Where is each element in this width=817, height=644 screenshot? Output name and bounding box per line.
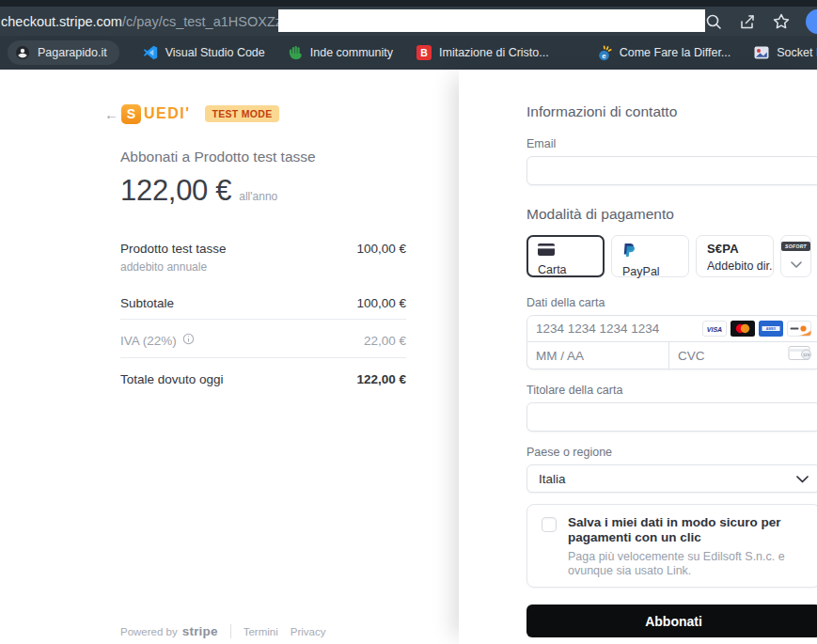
svg-text:123: 123 bbox=[803, 353, 810, 357]
terms-link[interactable]: Termini bbox=[244, 626, 278, 637]
total-label: Totale dovuto oggi bbox=[120, 372, 224, 386]
favorite-star-icon[interactable] bbox=[772, 12, 791, 31]
svg-text:AMEX: AMEX bbox=[766, 327, 777, 331]
sepa-logo: S€PA bbox=[707, 243, 773, 256]
bookmark-pagarapido[interactable]: Pagarapido.it bbox=[8, 40, 119, 65]
bookmark-socket[interactable]: Socket Programmin... bbox=[754, 45, 817, 60]
bookmark-inde-community[interactable]: Inde community bbox=[289, 45, 393, 60]
vscode-icon bbox=[143, 45, 158, 60]
stripe-logo[interactable]: stripe bbox=[182, 624, 218, 638]
paypal-icon bbox=[622, 244, 636, 260]
url-text[interactable]: checkout.stripe.com/c/pay/cs_test_a1HSOX… bbox=[1, 14, 299, 29]
svg-text:B: B bbox=[420, 47, 428, 58]
footer-divider bbox=[230, 624, 231, 638]
bookmark-vscode[interactable]: Visual Studio Code bbox=[143, 45, 265, 60]
email-input[interactable] bbox=[526, 156, 817, 185]
country-select[interactable]: Italia bbox=[526, 464, 817, 493]
save-subtitle: Paga più velocemente su Edilsoft S.n.c. … bbox=[568, 550, 807, 577]
cvc-field[interactable]: 123 bbox=[669, 342, 817, 369]
powered-by-label: Powered by bbox=[120, 626, 178, 637]
green-hand-icon bbox=[289, 45, 303, 60]
expiry-input[interactable] bbox=[536, 349, 660, 363]
divider bbox=[120, 319, 406, 320]
tab-paypal[interactable]: PayPal bbox=[611, 235, 689, 277]
search-icon[interactable] bbox=[704, 12, 723, 31]
expiry-field[interactable] bbox=[526, 342, 669, 369]
line-item-amount: 100,00 € bbox=[356, 242, 406, 256]
globe-dark-icon bbox=[15, 45, 30, 60]
bookmark-label: Come Fare la Differ... bbox=[620, 46, 731, 59]
spark-e-icon: e bbox=[597, 45, 612, 61]
url-path: /c/pay/cs_test_a1HSOXZzyR bbox=[122, 14, 299, 29]
browser-actions bbox=[704, 7, 817, 36]
url-redaction-block bbox=[278, 9, 705, 32]
card-brand-icons: VISA AMEX bbox=[702, 321, 811, 337]
save-checkbox[interactable] bbox=[542, 517, 557, 532]
screen: checkout.stripe.com/c/pay/cs_test_a1HSOX… bbox=[0, 0, 817, 644]
picture-icon bbox=[754, 45, 769, 60]
logo-initial: S bbox=[121, 104, 141, 124]
contact-heading: Informazioni di contatto bbox=[526, 103, 817, 120]
bookmark-label: Inde community bbox=[310, 46, 393, 59]
payment-panel: Informazioni di contatto Email Modalità … bbox=[459, 70, 817, 644]
payment-method-tabs: Carta PayPal S€PA Addebito dir... SOFORT bbox=[526, 235, 817, 277]
sofort-badge: SOFORT bbox=[781, 242, 810, 251]
cardholder-input[interactable] bbox=[526, 402, 817, 432]
tab-card[interactable]: Carta bbox=[526, 235, 605, 277]
checkout-page: ← S UEDI' TEST MODE Abbonati a Prodotto … bbox=[0, 70, 817, 644]
email-label: Email bbox=[526, 137, 817, 150]
svg-text:VISA: VISA bbox=[707, 326, 722, 333]
save-payment-box: Salva i miei dati in modo sicuro per pag… bbox=[526, 504, 817, 588]
order-summary-panel: ← S UEDI' TEST MODE Abbonati a Prodotto … bbox=[0, 70, 459, 644]
save-text: Salva i miei dati in modo sicuro per pag… bbox=[568, 515, 807, 577]
tab-card-label: Carta bbox=[538, 263, 603, 276]
tab-sepa-label: Addebito dir... bbox=[707, 259, 773, 273]
bookmark-come-fare[interactable]: e Come Fare la Differ... bbox=[597, 45, 731, 61]
card-details-label: Dati della carta bbox=[526, 296, 817, 309]
info-icon[interactable] bbox=[182, 333, 195, 348]
card-expiry-cvc-row: 123 bbox=[526, 342, 817, 369]
total-row: Totale dovuto oggi 122,00 € bbox=[120, 372, 406, 386]
privacy-link[interactable]: Privacy bbox=[291, 626, 326, 637]
profile-avatar[interactable] bbox=[806, 9, 817, 34]
merchant-logo[interactable]: S UEDI' bbox=[121, 104, 191, 124]
tab-paypal-label: PayPal bbox=[622, 265, 688, 278]
svg-text:e: e bbox=[602, 52, 606, 60]
back-arrow-icon[interactable]: ← bbox=[104, 106, 120, 122]
more-payment-methods-button[interactable]: SOFORT bbox=[780, 235, 811, 277]
line-item-description: addebito annuale bbox=[120, 260, 406, 274]
payment-method-heading: Modalità di pagamento bbox=[526, 206, 817, 223]
browser-tab-strip bbox=[0, 0, 817, 7]
browser-address-bar[interactable]: checkout.stripe.com/c/pay/cs_test_a1HSOX… bbox=[0, 7, 817, 36]
country-value: Italia bbox=[539, 472, 566, 486]
amex-icon: AMEX bbox=[759, 321, 783, 337]
line-item-name: Prodotto test tasse bbox=[120, 242, 227, 256]
brand-row: ← S UEDI' TEST MODE bbox=[104, 103, 406, 124]
order-items: Prodotto test tasse 100,00 € addebito an… bbox=[120, 242, 406, 386]
url-host: checkout.stripe.com bbox=[1, 14, 122, 29]
divider bbox=[120, 357, 406, 358]
chevron-down-icon bbox=[796, 472, 809, 486]
price-row: 122,00 € all'anno bbox=[120, 174, 406, 208]
price-interval: all'anno bbox=[239, 190, 277, 203]
credit-card-icon bbox=[538, 243, 555, 259]
subscribe-label: Abbonati a Prodotto test tasse bbox=[120, 149, 406, 165]
mastercard-icon bbox=[731, 321, 755, 337]
tax-label: IVA (22%) bbox=[120, 334, 177, 348]
share-icon[interactable] bbox=[738, 12, 757, 31]
subtotal-row: Subtotale 100,00 € bbox=[120, 296, 406, 310]
line-item-row: Prodotto test tasse 100,00 € bbox=[120, 242, 406, 256]
card-number-field[interactable]: VISA AMEX bbox=[526, 315, 817, 342]
card-number-input[interactable] bbox=[536, 322, 702, 336]
subscribe-button[interactable]: Abbonati bbox=[526, 605, 817, 637]
bookmark-imitazione[interactable]: B Imitazione di Cristo... bbox=[416, 45, 549, 60]
tab-sepa[interactable]: S€PA Addebito dir... bbox=[696, 235, 774, 277]
discover-icon bbox=[787, 321, 811, 337]
subtotal-amount: 100,00 € bbox=[356, 296, 406, 310]
subtotal-label: Subtotale bbox=[120, 296, 174, 310]
blogger-b-icon: B bbox=[416, 45, 432, 60]
cvc-input[interactable] bbox=[678, 349, 788, 363]
bookmark-label: Visual Studio Code bbox=[165, 46, 265, 59]
price-amount: 122,00 € bbox=[120, 174, 231, 208]
cardholder-label: Titolare della carta bbox=[526, 384, 817, 397]
